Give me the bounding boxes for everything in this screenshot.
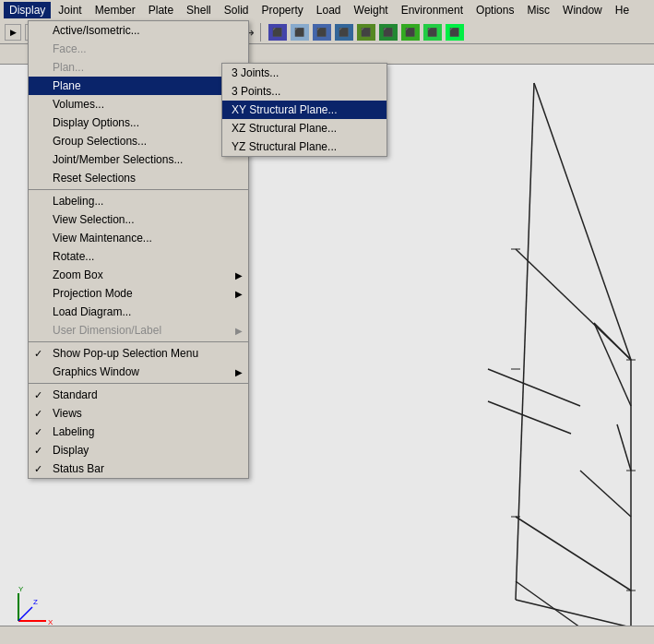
- menu-load-diagram[interactable]: Load Diagram...: [29, 303, 248, 321]
- menu-joint-member-selections-label: Joint/Member Selections...: [53, 153, 183, 166]
- menu-plane-label: Plane: [53, 79, 81, 92]
- menu-labeling[interactable]: Labeling...: [29, 192, 248, 210]
- standard-check-icon: ✓: [34, 389, 42, 401]
- submenu-yz-structural-plane[interactable]: YZ Structural Plane...: [222, 137, 386, 156]
- menu-volumes[interactable]: Volumes...: [29, 95, 248, 113]
- submenu-xz-structural-plane[interactable]: XZ Structural Plane...: [222, 119, 386, 137]
- status-bar-check-icon: ✓: [34, 463, 42, 475]
- menu-views[interactable]: ✓ Views: [29, 404, 248, 423]
- menu-plan-label: Plan...: [53, 61, 84, 74]
- divider-3: [29, 383, 248, 384]
- menu-display-options-label: Display Options...: [53, 116, 139, 129]
- user-dimension-arrow-icon: ▶: [235, 326, 243, 336]
- menu-status-bar[interactable]: ✓ Status Bar: [29, 459, 248, 478]
- submenu-3-points-label: 3 Points...: [232, 85, 280, 98]
- display-menu: Active/Isometric... Face... Plan... Plan…: [28, 20, 249, 479]
- submenu-3-points[interactable]: 3 Points...: [222, 82, 386, 101]
- menu-user-dimension-label: User Dimension/Label: [53, 324, 161, 337]
- menu-graphics-window-label: Graphics Window: [53, 365, 139, 378]
- graphics-window-arrow-icon: ▶: [235, 367, 243, 377]
- display-check-icon: ✓: [34, 445, 42, 457]
- menu-view-maintenance[interactable]: View Maintenance...: [29, 229, 248, 247]
- menu-projection-mode-label: Projection Mode: [53, 287, 133, 300]
- menu-face-label: Face...: [53, 42, 87, 55]
- menu-display-item-label: Display: [53, 444, 89, 457]
- submenu-yz-structural-plane-label: YZ Structural Plane...: [232, 140, 337, 153]
- menu-plane[interactable]: Plane ▶: [29, 77, 248, 95]
- menu-show-popup[interactable]: ✓ Show Pop-up Selection Menu: [29, 344, 248, 363]
- menu-views-label: Views: [53, 407, 82, 420]
- submenu-3-joints-label: 3 Joints...: [232, 66, 279, 79]
- menu-zoom-box[interactable]: Zoom Box ▶: [29, 266, 248, 284]
- submenu-xz-structural-plane-label: XZ Structural Plane...: [232, 122, 337, 135]
- menu-reset-selections[interactable]: Reset Selections: [29, 169, 248, 187]
- submenu-xy-structural-plane[interactable]: XY Structural Plane...: [222, 101, 386, 119]
- menu-status-bar-label: Status Bar: [53, 462, 104, 475]
- popup-check-icon: ✓: [34, 348, 42, 360]
- menu-active-isometric-label: Active/Isometric...: [53, 24, 140, 37]
- menu-labeling-item-label: Labeling: [53, 425, 94, 438]
- menu-labeling-item[interactable]: ✓ Labeling: [29, 423, 248, 441]
- submenu-3-joints[interactable]: 3 Joints...: [222, 64, 386, 82]
- plane-submenu: 3 Joints... 3 Points... XY Structural Pl…: [221, 63, 387, 157]
- menu-view-maintenance-label: View Maintenance...: [53, 232, 152, 244]
- divider-1: [29, 189, 248, 190]
- menu-projection-mode[interactable]: Projection Mode ▶: [29, 284, 248, 303]
- menu-view-selection-label: View Selection...: [53, 213, 135, 226]
- menu-rotate[interactable]: Rotate...: [29, 247, 248, 266]
- menu-load-diagram-label: Load Diagram...: [53, 305, 131, 318]
- menu-graphics-window[interactable]: Graphics Window ▶: [29, 363, 248, 381]
- menu-user-dimension: User Dimension/Label ▶: [29, 321, 248, 340]
- divider-2: [29, 341, 248, 342]
- menu-volumes-label: Volumes...: [53, 98, 104, 111]
- submenu-xy-structural-plane-label: XY Structural Plane...: [232, 103, 338, 116]
- labeling-check-icon: ✓: [34, 426, 42, 438]
- menu-active-isometric[interactable]: Active/Isometric...: [29, 21, 248, 40]
- menu-labeling-label: Labeling...: [53, 195, 103, 208]
- menu-rotate-label: Rotate...: [53, 250, 94, 263]
- menu-view-selection[interactable]: View Selection...: [29, 210, 248, 229]
- dropdown-overlay: Active/Isometric... Face... Plan... Plan…: [0, 0, 654, 644]
- menu-reset-selections-label: Reset Selections: [53, 172, 136, 185]
- menu-group-selections[interactable]: Group Selections...: [29, 132, 248, 150]
- projection-mode-arrow-icon: ▶: [235, 289, 243, 299]
- menu-face: Face...: [29, 40, 248, 58]
- menu-standard-label: Standard: [53, 388, 98, 401]
- zoom-box-arrow-icon: ▶: [235, 270, 243, 280]
- menu-group-selections-label: Group Selections...: [53, 135, 147, 148]
- menu-zoom-box-label: Zoom Box: [53, 268, 103, 281]
- views-check-icon: ✓: [34, 408, 42, 420]
- menu-plan: Plan...: [29, 58, 248, 77]
- menu-joint-member-selections[interactable]: Joint/Member Selections...: [29, 150, 248, 169]
- menu-display-options[interactable]: Display Options...: [29, 113, 248, 132]
- menu-show-popup-label: Show Pop-up Selection Menu: [53, 347, 198, 360]
- menu-display-item[interactable]: ✓ Display: [29, 441, 248, 459]
- menu-standard[interactable]: ✓ Standard: [29, 386, 248, 404]
